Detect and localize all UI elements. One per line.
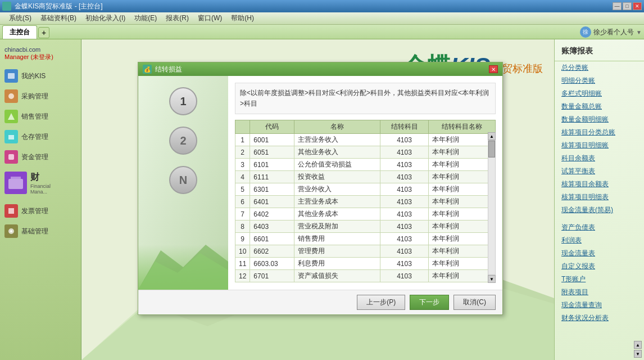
cell-code: 6603.03 <box>250 258 294 270</box>
table-row: 6 6401 主营业务成本 4103 本年利润 <box>235 196 496 208</box>
maximize-button[interactable]: □ <box>623 2 632 10</box>
cell-name: 投资收益 <box>294 171 380 183</box>
table-scroll-thumb[interactable] <box>488 141 495 158</box>
sidebar-item-financial[interactable]: 财 FinancialMana... <box>0 167 81 201</box>
right-panel-item[interactable]: 附表项目 <box>555 286 644 299</box>
cell-transfer-code: 4103 <box>380 196 429 208</box>
cell-name: 公允价值变动损益 <box>294 159 380 171</box>
prev-button[interactable]: 上一步(P) <box>357 295 405 310</box>
sidebar-item-storage[interactable]: 仓存管理 <box>0 127 81 147</box>
cancel-button[interactable]: 取消(C) <box>453 295 496 310</box>
dialog-icon: 💰 <box>143 65 152 74</box>
right-panel-item[interactable]: 多栏式明细账 <box>555 87 644 100</box>
right-panel-item[interactable]: 资产负债表 <box>555 221 644 234</box>
right-panel-items: 总分类账明细分类账多栏式明细账数量金额总账数量金额明细账核算项目分类总账核算项目… <box>555 61 644 325</box>
tab-add-button[interactable]: + <box>38 27 49 38</box>
svg-rect-5 <box>8 179 23 189</box>
sidebar-label-sale: 销售管理 <box>21 112 48 122</box>
right-panel-item[interactable]: 自定义报表 <box>555 260 644 273</box>
table-row: 12 6701 资产减值损失 4103 本年利润 <box>235 270 496 282</box>
cell-name: 其他业务成本 <box>294 208 380 220</box>
table-row: 10 6602 管理费用 4103 本年利润 <box>235 245 496 258</box>
right-panel-item[interactable]: 明细分类账 <box>555 74 644 87</box>
next-button[interactable]: 下一步 <box>410 295 449 310</box>
financial-icon <box>4 172 27 194</box>
menu-window[interactable]: 窗口(W) <box>193 12 226 24</box>
right-panel-item[interactable]: 数量金额总账 <box>555 100 644 113</box>
sidebar-item-sale[interactable]: 销售管理 <box>0 106 81 127</box>
manager-label: Manager (未登录) <box>4 53 76 61</box>
cell-name: 主营业务收入 <box>294 134 380 146</box>
col-transfer-code: 结转科目 <box>380 120 429 134</box>
sidebar: chinacbi.com Manager (未登录) 我的KIS 采购管理 销售… <box>0 39 81 360</box>
sidebar-label-purchase: 采购管理 <box>21 92 48 101</box>
right-panel-item[interactable]: 现金流量表 <box>555 247 644 260</box>
right-panel-item[interactable]: 数量金额明细账 <box>555 113 644 126</box>
right-panel-item[interactable]: 试算平衡表 <box>555 165 644 178</box>
cell-transfer-code: 4103 <box>380 159 429 171</box>
cell-num: 10 <box>235 245 250 258</box>
user-info: 徐 徐少看个人号 ▼ <box>580 26 642 38</box>
svg-marker-2 <box>8 113 15 120</box>
sidebar-financial-sub: FinancialMana... <box>30 183 51 195</box>
sidebar-item-invoice[interactable]: 发票管理 <box>0 201 81 221</box>
menu-function[interactable]: 功能(E) <box>130 12 161 24</box>
menu-basic-data[interactable]: 基础资料(B) <box>36 12 81 24</box>
table-row: 7 6402 其他业务成本 4103 本年利润 <box>235 208 496 220</box>
cell-transfer-code: 4103 <box>380 134 429 146</box>
svg-point-1 <box>8 93 14 99</box>
sidebar-label-finance: 资金管理 <box>21 152 48 162</box>
right-scroll-up[interactable]: ▲ <box>634 341 642 349</box>
table-scroll-down[interactable]: ▼ <box>488 275 496 283</box>
svg-rect-7 <box>8 208 14 214</box>
right-panel-item[interactable]: 利润表 <box>555 234 644 247</box>
sidebar-item-basic[interactable]: 基础管理 <box>0 221 81 241</box>
right-panel-item[interactable]: 财务状况分析表 <box>555 312 644 325</box>
invoice-icon <box>4 204 18 218</box>
minimize-button[interactable]: — <box>613 2 622 10</box>
right-scroll-down[interactable]: ▼ <box>634 350 642 358</box>
col-transfer-name: 结转科目名称 <box>428 120 495 134</box>
cell-transfer-name: 本年利润 <box>428 245 495 258</box>
menu-help[interactable]: 帮助(H) <box>226 12 258 24</box>
dialog-title: 结转损益 <box>155 65 182 74</box>
menu-report[interactable]: 报表(R) <box>161 12 193 24</box>
right-panel-item[interactable]: 总分类账 <box>555 61 644 74</box>
sidebar-item-finance[interactable]: 资金管理 <box>0 147 81 167</box>
right-panel-item[interactable]: 核算项目明细表 <box>555 191 644 204</box>
table-row: 2 6051 其他业务收入 4103 本年利润 <box>235 146 496 159</box>
sidebar-item-mykis[interactable]: 我的KIS <box>0 66 81 86</box>
cell-num: 3 <box>235 159 250 171</box>
user-dropdown-arrow[interactable]: ▼ <box>636 29 642 35</box>
cell-name: 管理费用 <box>294 245 380 258</box>
close-button[interactable]: ✕ <box>633 2 642 10</box>
right-panel-item[interactable]: 核算项目明细账 <box>555 139 644 152</box>
cell-name: 资产减值损失 <box>294 270 380 282</box>
menu-bar: 系统(S) 基础资料(B) 初始化录入(I) 功能(E) 报表(R) 窗口(W)… <box>0 12 644 25</box>
right-panel-item[interactable]: 现金流量表(简易) <box>555 204 644 217</box>
cell-num: 1 <box>235 134 250 146</box>
cell-num: 7 <box>235 208 250 220</box>
app-icon <box>2 2 11 11</box>
menu-init[interactable]: 初始化录入(I) <box>81 12 130 24</box>
storage-icon <box>4 130 18 143</box>
right-panel-item[interactable]: 核算项目分类总账 <box>555 126 644 139</box>
sidebar-item-purchase[interactable]: 采购管理 <box>0 86 81 106</box>
cell-num: 9 <box>235 233 250 245</box>
tab-main[interactable]: 主控台 <box>2 25 37 39</box>
cell-name: 营业税及附加 <box>294 220 380 233</box>
dialog-close-button[interactable]: ✕ <box>489 65 498 73</box>
data-table: 代码 名称 结转科目 结转科目名称 1 6001 主营业务收入 4103 本年利… <box>235 120 496 282</box>
right-panel-item[interactable]: T形账户 <box>555 273 644 286</box>
table-scroll-up[interactable]: ▲ <box>488 132 496 140</box>
cell-num: 5 <box>235 183 250 196</box>
right-panel-item[interactable]: 科目余额表 <box>555 152 644 165</box>
cell-code: 6402 <box>250 208 294 220</box>
menu-system[interactable]: 系统(S) <box>4 12 36 24</box>
dialog-wizard: 1 2 N <box>138 76 228 290</box>
site-name: chinacbi.com <box>4 46 76 53</box>
right-panel-item[interactable]: 现金流量查询 <box>555 299 644 312</box>
sidebar-label-invoice: 发票管理 <box>21 206 48 216</box>
right-panel-item[interactable]: 核算项目余额表 <box>555 178 644 191</box>
col-num <box>235 120 250 134</box>
